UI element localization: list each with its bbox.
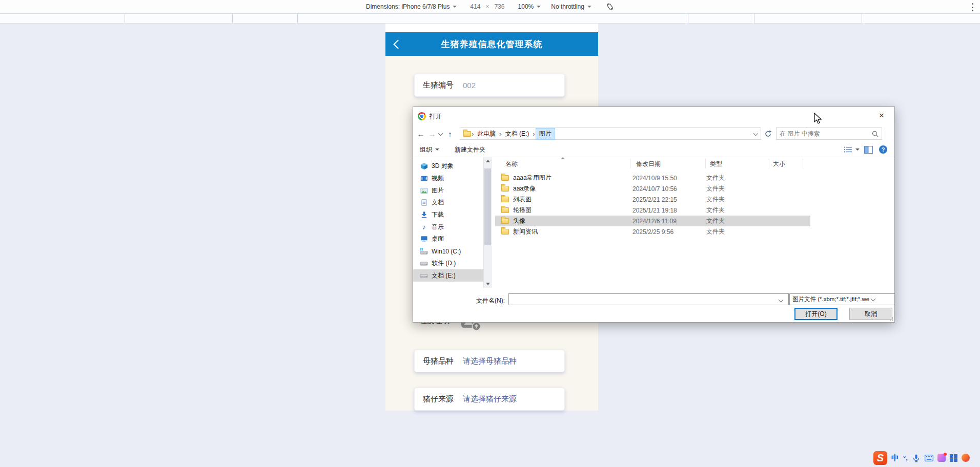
language-toggle-icon[interactable]: 中 <box>891 453 899 463</box>
videos-icon <box>420 175 428 182</box>
viewport-height-field[interactable]: 736 <box>495 3 505 10</box>
media-query-strip[interactable] <box>0 14 980 24</box>
file-row[interactable]: 轮播图 2025/1/21 19:18 文件夹 <box>495 205 810 216</box>
breadcrumb-pictures[interactable]: 图片 <box>536 128 555 140</box>
sidebar-item-downloads[interactable]: 下载 <box>413 209 483 221</box>
close-button[interactable]: × <box>875 110 888 121</box>
sidebar-label: 文档 (E:) <box>432 271 456 280</box>
devtools-menu-button[interactable] <box>969 3 976 12</box>
file-row[interactable]: aaaa常用图片 2024/10/9 15:50 文件夹 <box>495 173 810 183</box>
sogou-icon[interactable]: S <box>873 451 887 465</box>
help-button[interactable]: ? <box>879 145 887 154</box>
pictures-icon <box>420 187 428 195</box>
file-row[interactable]: aaa录像 2024/10/7 10:56 文件夹 <box>495 183 810 194</box>
microphone-icon[interactable] <box>912 454 921 462</box>
sidebar-item-drive-e[interactable]: 文档 (E:) <box>413 269 483 282</box>
nav-up-button[interactable]: ↑ <box>444 130 456 138</box>
toolbox-icon[interactable] <box>950 454 957 462</box>
sidebar-label: 桌面 <box>432 235 444 243</box>
back-icon[interactable] <box>393 39 402 49</box>
file-list-header: 名称 修改日期 类型 大小 <box>495 157 894 169</box>
folder-icon <box>463 131 471 137</box>
chevron-down-icon <box>855 148 860 151</box>
ime-toolbar: S 中 °, <box>873 449 980 466</box>
filename-input[interactable] <box>508 293 789 305</box>
nav-forward-button[interactable]: → <box>426 130 438 138</box>
file-date: 2025/2/25 9:56 <box>632 228 706 236</box>
open-button-label: 打开(O) <box>805 310 826 319</box>
scrollbar-thumb[interactable] <box>484 168 491 245</box>
file-date: 2024/12/6 11:09 <box>632 218 706 225</box>
sidebar-item-music[interactable]: ♪ 音乐 <box>413 221 483 233</box>
file-type: 文件夹 <box>706 206 768 215</box>
address-dropdown-chevron-icon[interactable] <box>753 131 759 136</box>
breadcrumb-this-pc[interactable]: 此电脑 <box>474 128 499 140</box>
music-icon: ♪ <box>420 223 428 231</box>
resize-grip[interactable] <box>888 315 893 321</box>
address-bar[interactable]: › 此电脑 › 文档 (E:) › 图片 <box>460 128 761 140</box>
sidebar-label: 3D 对象 <box>432 162 454 171</box>
sidebar-label: 文档 <box>432 198 444 207</box>
open-file-dialog: 打开 × ← → ↑ › 此电脑 › 文档 (E:) › 图片 在 图片 中搜索 <box>413 107 895 323</box>
scroll-down-icon <box>486 283 490 285</box>
sidebar-label: 下载 <box>432 210 444 219</box>
organize-label: 组织 <box>420 145 432 154</box>
file-type: 文件夹 <box>706 195 768 204</box>
file-row[interactable]: 列表图 2025/2/21 22:15 文件夹 <box>495 194 810 205</box>
keyboard-icon[interactable] <box>925 454 933 462</box>
nav-history-chevron-icon[interactable] <box>438 131 443 136</box>
nav-back-button[interactable]: ← <box>415 130 426 138</box>
organize-dropdown[interactable]: 组织 <box>420 145 439 154</box>
pig-id-value: 002 <box>463 81 476 90</box>
3d-objects-icon <box>420 162 428 170</box>
drive-e-icon <box>420 272 428 280</box>
sidebar-scrollbar[interactable] <box>483 157 492 288</box>
sidebar-label: 视频 <box>432 174 444 183</box>
column-size[interactable]: 大小 <box>773 160 785 168</box>
piglet-source-picker[interactable]: 猪仔来源 请选择猪仔来源 <box>414 388 565 411</box>
cancel-button[interactable]: 取消 <box>849 308 892 320</box>
sidebar-item-pictures[interactable]: 图片 <box>413 184 483 197</box>
clipped-tray-icon[interactable] <box>962 454 970 462</box>
chevron-down-icon[interactable] <box>779 298 784 303</box>
viewport-width-field[interactable]: 414 <box>470 3 480 10</box>
filetype-select[interactable]: 图片文件 (*.xbm;*.tif;*.jfif;*.we <box>789 293 895 305</box>
device-dimensions-label: Dimensions: iPhone 6/7/8 Plus <box>366 3 450 10</box>
dialog-titlebar[interactable]: 打开 <box>413 107 894 125</box>
view-mode-dropdown[interactable] <box>844 146 860 153</box>
file-row[interactable]: 新闻资讯 2025/2/25 9:56 文件夹 <box>495 226 810 237</box>
file-date: 2024/10/9 15:50 <box>632 175 706 182</box>
sidebar-item-drive-c[interactable]: Win10 (C:) <box>413 245 483 258</box>
column-type[interactable]: 类型 <box>710 160 722 168</box>
zoom-dropdown[interactable]: 100% <box>518 3 541 10</box>
file-date: 2025/2/21 22:15 <box>632 196 706 203</box>
sidebar-item-drive-d[interactable]: 软件 (D:) <box>413 258 483 270</box>
chevron-down-icon <box>871 296 876 302</box>
column-date-modified[interactable]: 修改日期 <box>636 160 661 168</box>
punctuation-toggle-icon[interactable]: °, <box>903 454 908 462</box>
open-button[interactable]: 打开(O) <box>794 308 838 320</box>
dialog-navbar: ← → ↑ › 此电脑 › 文档 (E:) › 图片 在 图片 中搜索 <box>413 126 894 141</box>
file-date: 2025/1/21 19:18 <box>632 207 706 214</box>
sidebar-item-desktop[interactable]: 桌面 <box>413 233 483 245</box>
refresh-icon[interactable] <box>764 130 772 138</box>
skin-center-icon[interactable] <box>937 454 946 462</box>
rotate-viewport-button[interactable] <box>606 3 614 11</box>
new-folder-button[interactable]: 新建文件夹 <box>455 145 485 154</box>
sow-breed-placeholder: 请选择母猪品种 <box>463 356 517 366</box>
preview-pane-icon[interactable] <box>864 146 873 154</box>
filetype-value: 图片文件 (*.xbm;*.tif;*.jfif;*.we <box>792 295 869 303</box>
file-row-selected[interactable]: 头像 2024/12/6 11:09 文件夹 <box>495 216 810 226</box>
search-box[interactable]: 在 图片 中搜索 <box>776 128 882 140</box>
sidebar-item-videos[interactable]: 视频 <box>413 173 483 185</box>
pig-id-field[interactable]: 生猪编号 002 <box>414 74 565 97</box>
breadcrumb-drive-e[interactable]: 文档 (E:) <box>502 128 533 140</box>
sow-breed-picker[interactable]: 母猪品种 请选择母猪品种 <box>414 350 565 372</box>
sidebar-item-documents[interactable]: 文档 <box>413 197 483 209</box>
device-dimensions-dropdown[interactable]: Dimensions: iPhone 6/7/8 Plus <box>366 3 457 10</box>
sidebar-item-3d-objects[interactable]: 3D 对象 <box>413 160 483 173</box>
folder-icon <box>501 186 509 192</box>
column-name[interactable]: 名称 <box>505 160 518 168</box>
throttling-dropdown[interactable]: No throttling <box>551 3 591 10</box>
desktop-icon <box>420 235 428 243</box>
